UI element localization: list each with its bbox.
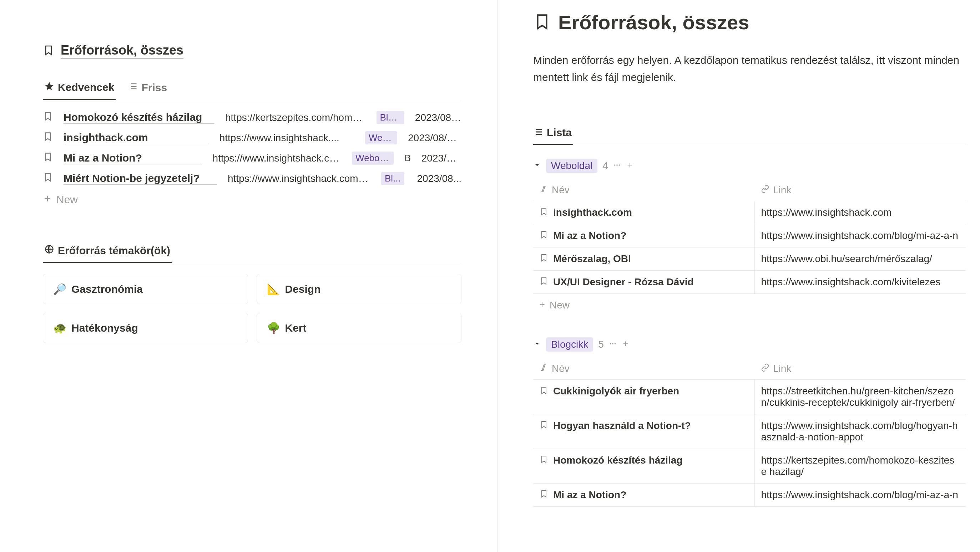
cell-link[interactable]: https://www.insightshack.com [754, 201, 966, 224]
toggle-icon[interactable] [533, 161, 541, 170]
fav-date: 2023/08... [422, 152, 461, 164]
table-row[interactable]: Mi az a Notion? https://www.insightshack… [533, 224, 966, 247]
bookmark-icon [539, 230, 548, 241]
cell-name: Mi az a Notion? [553, 230, 626, 241]
bookmark-icon [539, 253, 548, 265]
new-favorite-button[interactable]: New [43, 189, 461, 211]
group-blogcikk: Blogcikk 5 Név Link Cukkinigolyók air fr… [533, 335, 966, 507]
fav-date: 2023/08/17 16... [408, 132, 461, 144]
link-icon [761, 363, 770, 374]
tab-kedvencek[interactable]: Kedvencek [43, 77, 116, 100]
group-weboldal: Weboldal 4 Név Link insighthack.com http… [533, 156, 966, 317]
topic-tabs: Erőforrás témakör(ök) [43, 239, 461, 263]
bookmark-icon [533, 13, 551, 32]
column-header-link[interactable]: Link [754, 179, 966, 201]
svg-point-13 [616, 164, 618, 166]
svg-point-21 [614, 343, 616, 344]
new-label: New [550, 300, 570, 311]
bookmark-icon [539, 489, 548, 501]
favorite-row[interactable]: insighthack.com https://www.insightshack… [43, 128, 461, 148]
table-row[interactable]: Mi az a Notion? https://www.insightshack… [533, 484, 966, 507]
table-row[interactable]: Homokozó készítés házilag https://kertsz… [533, 449, 966, 484]
cell-link[interactable]: https://kertszepites.com/homokozo-keszit… [754, 449, 966, 484]
lista-tabs: Lista [533, 122, 966, 145]
page-title: Erőforrások, összes [60, 43, 183, 59]
svg-point-14 [619, 164, 620, 166]
list-icon [128, 81, 138, 94]
tab-label: Kedvencek [58, 81, 114, 94]
group-count: 5 [598, 339, 604, 350]
more-icon[interactable] [613, 161, 621, 170]
left-tabs: Kedvencek Friss [43, 77, 461, 100]
turtle-emoji-icon: 🐢 [53, 322, 66, 334]
fav-title: Mi az a Notion? [64, 152, 202, 164]
link-icon [761, 184, 770, 196]
fav-title: Homokozó készítés házilag [64, 111, 215, 124]
globe-icon [44, 244, 54, 257]
group-count: 4 [602, 160, 608, 171]
favorite-row[interactable]: Mi az a Notion? https://www.insightshack… [43, 148, 461, 168]
right-header: Erőforrások, összes [533, 11, 966, 34]
svg-rect-9 [536, 129, 542, 130]
table-row[interactable]: Mérőszalag, OBI https://www.obi.hu/searc… [533, 247, 966, 271]
plus-icon[interactable] [622, 340, 630, 349]
column-header-name[interactable]: Név [533, 179, 754, 201]
cell-link[interactable]: https://www.insightshack.com/blog/mi-az-… [754, 484, 966, 507]
topic-label: Hatékonyság [72, 322, 138, 334]
cell-link[interactable]: https://streetkitchen.hu/green-kitchen/s… [754, 380, 966, 414]
cell-link[interactable]: https://www.obi.hu/search/mérőszalag/ [754, 247, 966, 271]
group-tag[interactable]: Weboldal [546, 159, 597, 173]
topic-card-design[interactable]: 📐 Design [256, 274, 462, 304]
tab-eroforras-temakor[interactable]: Erőforrás témakör(ök) [43, 239, 172, 263]
topic-card-gasztronomia[interactable]: 🔎 Gasztronómia [43, 274, 248, 304]
tab-lista[interactable]: Lista [533, 122, 573, 145]
cell-name: insighthack.com [553, 207, 632, 218]
column-header-name[interactable]: Név [533, 358, 754, 380]
cell-link[interactable]: https://www.insightshack.com/blog/mi-az-… [754, 224, 966, 247]
bookmark-icon [43, 111, 53, 124]
triangle-ruler-emoji-icon: 📐 [267, 283, 280, 295]
table-row[interactable]: UX/UI Designer - Rózsa Dávid https://www… [533, 271, 966, 294]
fav-date: 2023/08... [417, 173, 461, 184]
bookmark-icon [43, 132, 53, 144]
svg-rect-10 [536, 132, 542, 133]
text-icon [539, 363, 548, 374]
column-header-link[interactable]: Link [754, 358, 966, 380]
topic-card-hatekonysag[interactable]: 🐢 Hatékonyság [43, 313, 248, 343]
right-description: Minden erőforrás egy helyen. A kezdőlapo… [533, 52, 966, 86]
table-row[interactable]: Cukkinigolyók air fryerben https://stree… [533, 380, 966, 414]
bookmark-icon [539, 386, 548, 397]
favorite-row[interactable]: Miért Notion-be jegyzetelj? https://www.… [43, 168, 461, 189]
table-row[interactable]: Hogyan használd a Notion-t? https://www.… [533, 414, 966, 449]
text-icon [539, 184, 548, 196]
toggle-icon[interactable] [533, 340, 541, 349]
tree-emoji-icon: 🌳 [267, 322, 280, 334]
tab-label: Lista [547, 127, 572, 139]
new-row-button[interactable]: New [533, 294, 966, 317]
bookmark-icon [539, 207, 548, 218]
search-emoji-icon: 🔎 [53, 283, 66, 295]
list-icon [535, 127, 543, 139]
right-panel: Erőforrások, összes Minden erőforrás egy… [498, 0, 980, 552]
topic-label: Gasztronómia [72, 283, 143, 295]
more-icon[interactable] [609, 340, 617, 349]
bookmark-icon [539, 420, 548, 431]
plus-icon[interactable] [626, 161, 634, 170]
fav-link: https://www.insightshack.co... [213, 152, 342, 164]
favorite-row[interactable]: Homokozó készítés házilag https://kertsz… [43, 107, 461, 128]
cell-link[interactable]: https://www.insightshack.com/blog/hogyan… [754, 414, 966, 449]
group-actions [609, 340, 630, 349]
cell-name: Hogyan használd a Notion-t? [553, 420, 691, 431]
cell-link[interactable]: https://www.insightshack.com/kivitelezes [754, 271, 966, 294]
fav-link: https://kertszepites.com/homokozo... [225, 112, 366, 124]
fav-date: 2023/08/... [415, 112, 461, 124]
right-title: Erőforrások, összes [558, 11, 749, 34]
tab-friss[interactable]: Friss [126, 77, 169, 100]
fav-tag: Webol... [365, 131, 397, 144]
page-header: Erőforrások, összes [43, 43, 461, 59]
topic-card-kert[interactable]: 🌳 Kert [256, 313, 462, 343]
topic-cards: 🔎 Gasztronómia 📐 Design 🐢 Hatékonyság 🌳 … [43, 274, 461, 343]
group-tag[interactable]: Blogcikk [546, 337, 593, 352]
table-row[interactable]: insighthack.com https://www.insightshack… [533, 201, 966, 224]
bookmark-icon [539, 276, 548, 288]
